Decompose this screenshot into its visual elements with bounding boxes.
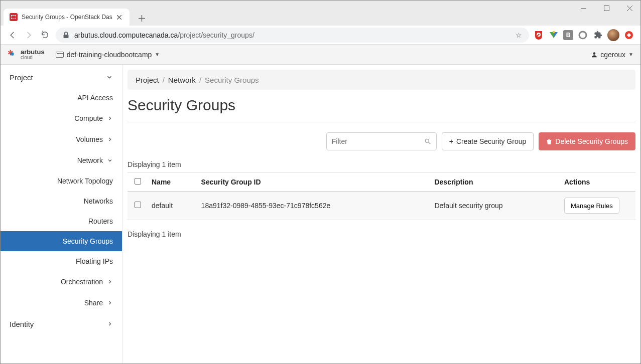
sidebar-item-project[interactable]: Project (1, 67, 122, 88)
filter-input[interactable] (332, 137, 424, 145)
ext-red-diamond-icon[interactable] (623, 30, 634, 41)
reload-button[interactable] (37, 27, 53, 43)
item-count-top: Displaying 1 item (127, 160, 635, 168)
delete-security-groups-button[interactable]: Delete Security Groups (539, 132, 635, 150)
browser-tab[interactable]: Security Groups - OpenStack Das (4, 9, 130, 26)
profile-avatar[interactable] (607, 29, 619, 41)
extensions-icon[interactable] (592, 30, 603, 41)
brand-logo[interactable]: arbutus cloud (8, 49, 45, 60)
sidebar-item-security-groups[interactable]: Security Groups (1, 231, 122, 251)
sidebar-item-network[interactable]: Network (1, 150, 122, 171)
breadcrumb-current: Security Groups (205, 76, 259, 84)
item-count-bottom: Displaying 1 item (127, 230, 635, 238)
chevron-down-icon (106, 74, 113, 81)
favicon-icon (10, 13, 18, 21)
search-icon[interactable] (424, 138, 431, 145)
sidebar-item-networks[interactable]: Networks (1, 191, 122, 211)
url-text: arbutus.cloud.computecanada.ca/project/s… (74, 31, 516, 39)
breadcrumb: Project / Network / Security Groups (127, 70, 635, 90)
chevron-down-icon (107, 157, 113, 163)
sidebar-item-network-topology[interactable]: Network Topology (1, 171, 122, 191)
sidebar: Project API Access Compute Volumes Netwo… (1, 65, 122, 364)
lock-icon (63, 32, 69, 39)
breadcrumb-network[interactable]: Network (168, 76, 196, 84)
ext-bitwarden-icon[interactable]: B (563, 30, 573, 40)
chevron-right-icon (107, 115, 113, 121)
project-switcher[interactable]: def-training-cloudbootcamp ▼ (56, 51, 160, 59)
row-checkbox[interactable] (135, 202, 141, 208)
back-button[interactable] (5, 27, 21, 43)
brand-sub: cloud (21, 55, 45, 60)
window-minimize-button[interactable] (572, 0, 595, 16)
forward-button[interactable] (21, 27, 37, 43)
chevron-right-icon (107, 136, 113, 142)
sidebar-item-identity[interactable]: Identity (1, 313, 122, 334)
star-icon[interactable]: ☆ (516, 31, 522, 39)
address-bar[interactable]: arbutus.cloud.computecanada.ca/project/s… (56, 28, 529, 43)
chevron-right-icon (107, 321, 113, 327)
user-menu[interactable]: cgeroux ▼ (591, 51, 633, 59)
col-actions: Actions (560, 173, 635, 192)
sidebar-item-compute[interactable]: Compute (1, 108, 122, 129)
svg-point-15 (593, 52, 596, 55)
svg-rect-11 (553, 31, 555, 33)
project-icon (56, 52, 64, 58)
window-maximize-button[interactable] (595, 0, 618, 16)
chevron-right-icon (107, 279, 113, 285)
svg-rect-1 (604, 6, 609, 11)
trash-icon (546, 138, 552, 145)
chevron-right-icon (107, 300, 113, 306)
create-security-group-button[interactable]: + Create Security Group (442, 132, 534, 150)
sidebar-item-routers[interactable]: Routers (1, 211, 122, 231)
svg-line-17 (429, 142, 431, 144)
table-row: default 18a91f32-0989-4855-93ec-71c978fc… (127, 192, 635, 220)
ext-translate-icon[interactable] (548, 30, 559, 41)
filter-input-wrapper (326, 132, 437, 150)
tab-close-button[interactable] (115, 13, 123, 21)
sidebar-item-orchestration[interactable]: Orchestration (1, 271, 122, 292)
ext-circle-icon[interactable] (577, 30, 588, 41)
manage-rules-button[interactable]: Manage Rules (564, 198, 619, 214)
select-all-checkbox[interactable] (135, 178, 141, 185)
project-name: def-training-cloudbootcamp (67, 51, 152, 59)
cell-name: default (148, 192, 197, 220)
window-close-button[interactable] (618, 0, 641, 16)
plus-icon: + (449, 137, 453, 145)
col-name[interactable]: Name (148, 173, 197, 192)
caret-down-icon: ▼ (628, 52, 633, 57)
svg-point-16 (425, 139, 429, 142)
username: cgeroux (600, 51, 625, 59)
cell-desc: Default security group (430, 192, 560, 220)
sidebar-item-volumes[interactable]: Volumes (1, 129, 122, 150)
new-tab-button[interactable] (135, 11, 150, 26)
caret-down-icon: ▼ (155, 52, 160, 57)
page-title: Security Groups (127, 97, 635, 114)
tab-title: Security Groups - OpenStack Das (22, 14, 112, 21)
sidebar-item-api-access[interactable]: API Access (1, 88, 122, 108)
sidebar-item-floating-ips[interactable]: Floating IPs (1, 251, 122, 271)
user-icon (591, 51, 598, 58)
svg-point-12 (579, 32, 586, 39)
cell-sgid: 18a91f32-0989-4855-93ec-71c978fc562e (197, 192, 431, 220)
sidebar-item-share[interactable]: Share (1, 292, 122, 313)
ext-ublock-icon[interactable] (533, 30, 544, 41)
svg-rect-8 (64, 35, 69, 38)
breadcrumb-project[interactable]: Project (136, 76, 159, 84)
col-sgid[interactable]: Security Group ID (197, 173, 431, 192)
brand-logo-icon (8, 50, 18, 60)
col-desc[interactable]: Description (430, 173, 560, 192)
security-groups-table: Name Security Group ID Description Actio… (127, 172, 635, 220)
